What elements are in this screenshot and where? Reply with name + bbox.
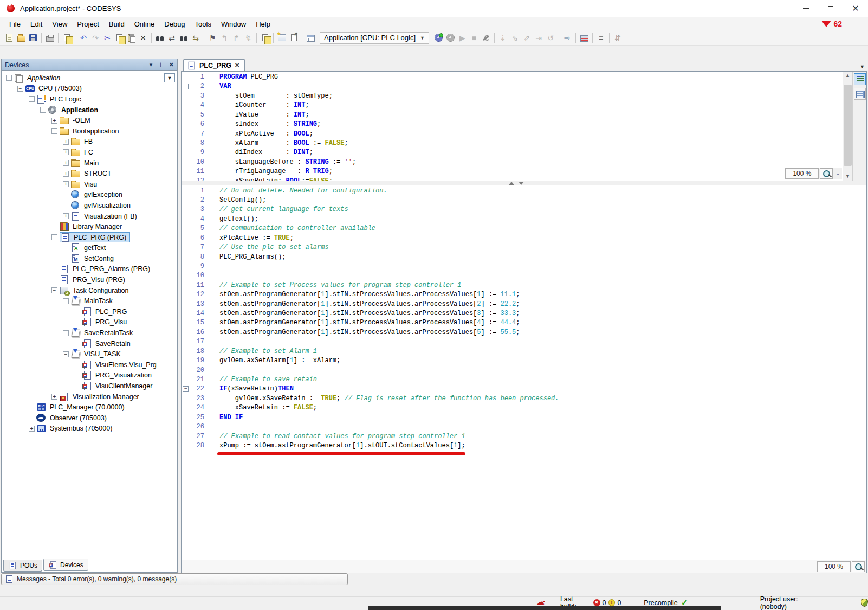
new-file-icon[interactable] [3,32,15,44]
expand-icon[interactable]: + [51,394,57,400]
collapse-icon[interactable]: − [51,128,57,134]
collapse-icon[interactable]: − [51,234,57,240]
tree-item[interactable]: PLC_PRG_Alarms (PRG) [2,264,177,275]
textual-view-button[interactable] [854,73,866,85]
save-icon[interactable] [27,32,39,44]
bookmark-prev-icon[interactable]: ↰ [218,32,230,44]
collapse-icon[interactable]: − [40,107,46,113]
start-icon[interactable]: ▶ [456,32,468,44]
update-device-icon[interactable] [305,32,316,44]
login-icon[interactable] [432,32,444,44]
export-icon[interactable] [288,32,300,44]
magnifier-icon[interactable] [820,168,833,179]
callstack-icon[interactable]: ≡ [595,32,607,44]
delete-icon[interactable]: ✕ [137,32,149,44]
fold-collapse-icon[interactable]: − [183,84,189,89]
scroll-up-icon[interactable]: ▲ [843,72,852,80]
expand-icon[interactable]: + [63,213,69,219]
expand-icon[interactable]: + [63,160,69,166]
tree-item[interactable]: gvlVisualization [2,200,177,211]
minimize-button[interactable] [793,0,818,17]
expand-icon[interactable]: + [63,171,69,177]
step-out-icon[interactable]: ⇗ [521,32,533,44]
tree-item[interactable]: SetConfig [2,253,177,264]
tab-plc-prg[interactable]: PLC_PRG ✕ [183,59,245,71]
tree-item[interactable]: PRG_Visu [2,317,177,328]
collapse-icon[interactable]: − [17,86,23,92]
run-to-cursor-icon[interactable]: ⇥ [533,32,545,44]
tabular-view-button[interactable] [854,88,866,100]
breakpoints-icon[interactable] [578,32,590,44]
single-cycle-icon[interactable] [480,32,492,44]
navigator-tab-pous[interactable]: POUs [3,560,42,572]
flow-control-icon[interactable]: ⇨ [561,32,573,44]
active-application-selector[interactable]: Application [CPU: PLC Logic]▼ [320,32,429,44]
collapse-icon[interactable]: − [63,330,69,336]
tree-item[interactable]: +FC [2,147,177,158]
expand-icon[interactable]: + [63,181,69,187]
new-object-dropdown-icon[interactable] [276,32,288,44]
menu-item-tools[interactable]: Tools [190,18,216,30]
zoom-chevron-icon[interactable]: ⌄ [834,171,841,176]
fold-collapse-icon[interactable]: − [183,386,189,392]
tree-item[interactable]: −SaveRetainTask [2,328,177,338]
implementation-code[interactable]: 1// Do not delete. Needed for configurat… [182,185,866,451]
declaration-pane[interactable]: 1PROGRAM PLC_PRG−2VAR3 stOem : stOemType… [182,72,866,181]
collapse-icon[interactable]: − [63,351,69,357]
scroll-down-icon[interactable]: ▼ [843,172,852,181]
menu-item-window[interactable]: Window [216,18,251,30]
implementation-zoom-level[interactable]: 100 % [817,561,851,572]
close-button[interactable]: ✕ [843,0,868,17]
maximize-button[interactable] [818,0,843,17]
undo-icon[interactable]: ↶ [77,32,89,44]
tree-item[interactable]: +Visualization (FB) [2,211,177,222]
menu-item-help[interactable]: Help [251,18,275,30]
implementation-pane[interactable]: 1// Do not delete. Needed for configurat… [182,185,866,560]
tree-item[interactable]: Library Manager [2,221,177,232]
paste-icon[interactable] [125,32,137,44]
tree-dropdown-button[interactable]: ▼ [164,73,175,82]
tree-item[interactable]: +Visualization Manager [2,391,177,402]
tree-item[interactable]: PLC_PRG [2,306,177,317]
pin-icon[interactable]: ⊥ [158,61,163,69]
magnifier-icon[interactable] [852,561,865,572]
expand-icon[interactable]: + [51,118,57,124]
splitter-down-icon[interactable] [519,182,524,185]
menu-item-debug[interactable]: Debug [159,18,190,30]
tree-item[interactable]: −VISU_TASK [2,349,177,359]
tree-item[interactable]: Observer (705003) [2,413,177,423]
notification-flag[interactable]: 62 [821,20,842,28]
tree-item[interactable]: PRG_Visualization [2,370,177,381]
menu-item-view[interactable]: View [47,18,72,30]
tree-item[interactable]: PLC_Manager (70.0000) [2,402,177,413]
declaration-scrollbar[interactable]: ▲ ▼ [843,72,852,181]
step-into-icon[interactable]: ⇘ [509,32,521,44]
tree-item[interactable]: +STRUCT [2,168,177,179]
declaration-code[interactable]: 1PROGRAM PLC_PRG−2VAR3 stOem : stOemType… [182,72,843,181]
menu-item-build[interactable]: Build [104,18,129,30]
tree-item[interactable]: +-OEM [2,115,177,126]
chevron-down-icon[interactable]: ▾ [150,61,153,68]
close-icon[interactable]: ✕ [169,61,174,68]
cut-icon[interactable]: ✂ [101,32,113,44]
tree-item[interactable]: −Application [2,105,177,115]
tree-item[interactable]: SaveRetain [2,338,177,349]
tree-item[interactable]: +Visu [2,179,177,190]
find-icon[interactable] [154,32,166,44]
menu-item-edit[interactable]: Edit [25,18,47,30]
editor-splitter[interactable] [182,181,866,185]
scrollbar-thumb[interactable] [844,85,852,166]
collapse-icon[interactable]: − [6,75,12,81]
menu-item-online[interactable]: Online [129,18,160,30]
logout-icon[interactable] [444,32,456,44]
build-check-icon[interactable]: ⇵ [612,32,624,44]
tree-item[interactable]: −MainTask [2,296,177,306]
tab-close-icon[interactable]: ✕ [235,62,239,69]
tree-item[interactable]: −PLC Logic [2,94,177,105]
messages-bar[interactable]: Messages - Total 0 error(s), 0 warning(s… [1,573,348,585]
collapse-icon[interactable]: − [29,96,35,102]
stop-icon[interactable]: ■ [468,32,480,44]
tree-item[interactable]: −Task Configuration [2,285,177,296]
replace-icon[interactable]: ⇄ [166,32,178,44]
tree-item[interactable]: −PLC_PRG (PRG) [2,232,177,243]
